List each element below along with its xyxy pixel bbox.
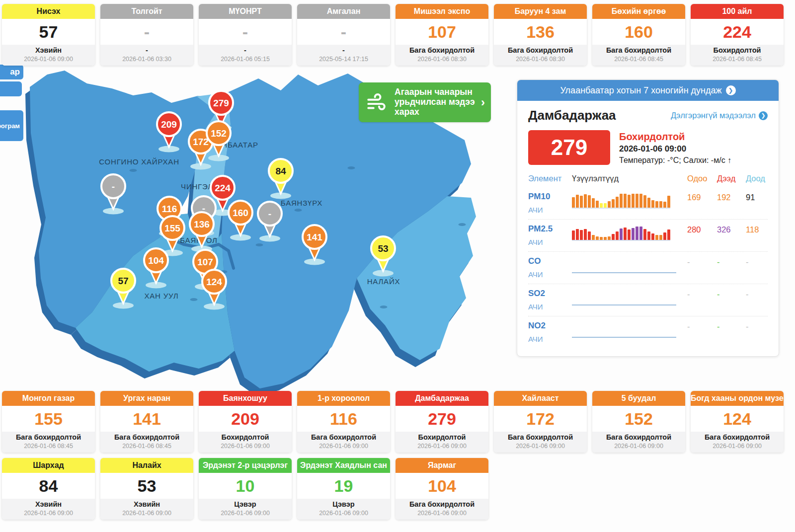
value-now: 169 xyxy=(687,192,717,202)
trend-bar xyxy=(639,227,642,240)
map-marker-inactive[interactable]: - xyxy=(99,173,128,218)
trend-bar xyxy=(580,196,583,208)
aqi-value: 279 xyxy=(396,406,488,432)
station-card[interactable]: Яармаг104Бага бохирдолтой2026-01-06 09:0… xyxy=(396,458,488,520)
pollutant-sub: АЧИ xyxy=(528,238,572,246)
district-label: ХАН УУЛ xyxy=(144,292,178,300)
pollutant-name: NO2 xyxy=(528,321,572,331)
station-name: Богд хааны ордон музей xyxy=(691,391,784,406)
card-footer: Бохирдолтой2026-01-06 09:00 xyxy=(199,432,292,453)
station-name: Эрдэнэт Хаядлын сан xyxy=(297,458,390,473)
trend-bar xyxy=(659,201,662,208)
svg-text:124: 124 xyxy=(206,277,222,287)
station-card[interactable]: Мишээл экспо107Бага бохирдолтой2026-01-0… xyxy=(396,4,488,66)
forecast-banner-label: Агаарын чанарын урьдчилсан мэдээ харах xyxy=(395,87,479,117)
map-marker-104[interactable]: 104 xyxy=(142,247,170,292)
aqi-status: Цэвэр xyxy=(199,500,292,508)
card-footer: Хэвийн2026-01-06 09:00 xyxy=(2,499,95,520)
map-marker-152[interactable]: 152 xyxy=(204,120,233,164)
map-marker-53[interactable]: 53 xyxy=(369,235,398,280)
wind-icon xyxy=(365,90,390,115)
trend-bar xyxy=(643,229,646,240)
aqi-value: 104 xyxy=(396,473,488,499)
chevron-right-icon: › xyxy=(481,95,485,109)
trend-bar xyxy=(659,235,662,240)
trend-bar xyxy=(608,236,611,240)
pollutant-sub: АЧИ xyxy=(528,335,572,343)
side-tab[interactable]: рограм xyxy=(0,110,23,141)
station-card[interactable]: МҮОНРТ--2026-01-06 05:15 xyxy=(199,4,292,66)
map-marker-141[interactable]: 141 xyxy=(300,224,329,268)
pollutant-row-pm25: PM2.5АЧИ280326118 xyxy=(528,219,768,251)
card-footer: Бага бохирдолтой2026-01-06 09:00 xyxy=(396,499,488,520)
details-link[interactable]: Дэлгэрэнгүй мэдээлэл ❯ xyxy=(671,111,768,120)
station-card[interactable]: Толгойт--2026-01-06 03:30 xyxy=(100,4,193,66)
station-card[interactable]: Бөхийн өргөө160Бага бохирдолтой2026-01-0… xyxy=(592,4,685,66)
side-tab[interactable]: ар xyxy=(0,65,23,79)
measurement-time: 2026-01-06 09:00 xyxy=(297,510,390,517)
station-card[interactable]: Баянхошуу209Бохирдолтой2026-01-06 09:00 xyxy=(199,391,292,453)
trend-bar xyxy=(624,194,627,208)
aqi-value: 19 xyxy=(297,473,390,499)
trend-bar xyxy=(667,196,670,208)
card-footer: Бага бохирдолтой2026-01-06 08:30 xyxy=(494,45,587,66)
station-card[interactable]: Богд хааны ордон музей124Бага бохирдолто… xyxy=(691,391,784,453)
station-card[interactable]: Налайх53Хэвийн2026-01-06 09:00 xyxy=(100,458,193,520)
aqi-status: - xyxy=(297,46,390,54)
aqi-value: - xyxy=(100,19,193,45)
aqi-status: - xyxy=(100,46,193,54)
station-card[interactable]: Дамбадаржаа279Бохирдолтой2026-01-06 09:0… xyxy=(396,391,488,453)
trend-bar xyxy=(663,202,666,208)
value-min: - xyxy=(746,256,768,267)
dashboard: СОНГИНО ХАЙРХАНУЛААНБААТАРЧИНГЭЛТЭЙБАЯНЗ… xyxy=(0,0,795,532)
trend-bar xyxy=(655,235,658,240)
station-detail-panel: Улаанбаатар хотын 7 хоногийн дундаж ❯ Да… xyxy=(517,79,779,357)
map-marker-inactive[interactable]: - xyxy=(255,200,284,245)
measurement-time: 2026-01-06 08:45 xyxy=(2,443,95,450)
station-card[interactable]: Амгалан--2025-05-14 17:15 xyxy=(297,4,390,66)
aqi-value: - xyxy=(297,19,390,45)
map-marker-160[interactable]: 160 xyxy=(226,199,255,244)
station-name: Дамбадаржаа xyxy=(396,391,488,406)
map-marker-209[interactable]: 209 xyxy=(155,111,183,155)
aqi-status: - xyxy=(199,46,292,54)
city-dot xyxy=(348,166,355,169)
trend-bar xyxy=(651,233,654,240)
station-card[interactable]: 5 буудал152Бага бохирдолтой2026-01-06 09… xyxy=(592,391,685,453)
station-name: 100 айл xyxy=(691,4,784,19)
aqi-status: Бохирдолтой xyxy=(691,46,784,54)
svg-text:84: 84 xyxy=(275,166,286,176)
station-card[interactable]: 1-р хороолол116Бага бохирдолтой2026-01-0… xyxy=(297,391,390,453)
station-card[interactable]: 100 айл224Бохирдолтой2026-01-06 08:45 xyxy=(691,4,784,66)
station-card[interactable]: Нисэх57Хэвийн2026-01-06 09:00 xyxy=(2,4,95,66)
aqi-timestamp: 2026-01-06 09:00 xyxy=(619,144,731,154)
aqi-value: 84 xyxy=(2,473,95,499)
station-name: Шархад xyxy=(2,458,95,473)
map-marker-124[interactable]: 124 xyxy=(200,268,229,313)
station-card[interactable]: Ургах наран141Бага бохирдолтой2026-01-06… xyxy=(100,391,193,453)
trend-bar xyxy=(628,229,631,240)
aqi-value: 141 xyxy=(100,406,193,432)
station-card[interactable]: Шархад84Хэвийн2026-01-06 09:00 xyxy=(2,458,95,520)
station-card[interactable]: Баруун 4 зам136Бага бохирдолтой2026-01-0… xyxy=(494,4,587,66)
card-footer: -2026-01-06 05:15 xyxy=(199,45,292,66)
svg-text:209: 209 xyxy=(161,119,177,130)
card-footer: Бага бохирдолтой2026-01-06 09:00 xyxy=(494,432,587,453)
map-marker-84[interactable]: 84 xyxy=(266,157,295,202)
weekly-average-header[interactable]: Улаанбаатар хотын 7 хоногийн дундаж ❯ xyxy=(517,80,779,101)
svg-text:141: 141 xyxy=(307,232,322,242)
trend-bar xyxy=(628,195,631,208)
pollutant-sub: АЧИ xyxy=(528,303,572,311)
station-name: Налайх xyxy=(100,458,193,473)
station-card[interactable]: Эрдэнэт 2-р цэцэрлэг10Цэвэр2026-01-06 09… xyxy=(199,458,292,520)
wind-direction-icon: ↑ xyxy=(727,156,731,164)
station-card[interactable]: Монгол газар155Бага бохирдолтой2026-01-0… xyxy=(2,391,95,453)
side-tab[interactable] xyxy=(0,81,22,96)
measurement-time: 2026-01-06 08:45 xyxy=(100,443,193,450)
station-card[interactable]: Хайлааст172Бага бохирдолтой2026-01-06 09… xyxy=(494,391,587,453)
trend-bar xyxy=(624,228,627,240)
station-card[interactable]: Эрдэнэт Хаядлын сан19Цэвэр2026-01-06 09:… xyxy=(297,458,390,520)
forecast-banner[interactable]: Агаарын чанарын урьдчилсан мэдээ харах › xyxy=(359,82,491,122)
map-marker-57[interactable]: 57 xyxy=(109,267,138,312)
trend-bar xyxy=(647,198,650,208)
